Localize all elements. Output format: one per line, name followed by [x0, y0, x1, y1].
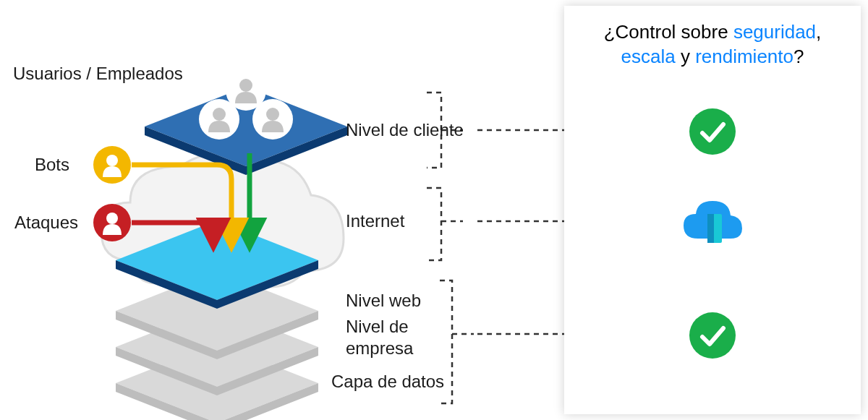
bot-avatar-icon: [93, 146, 131, 184]
panel-title-sep2: y: [676, 46, 695, 67]
svg-point-7: [266, 108, 279, 121]
panel-title: ¿Control sobre seguridad, escala y rendi…: [564, 20, 861, 69]
internet-label: Internet: [346, 211, 404, 231]
azure-front-door-icon: [680, 197, 745, 247]
attacks-label: Ataques: [14, 213, 78, 233]
business-tier-label-line2: empresa: [346, 338, 413, 359]
client-tier-check-icon: [689, 108, 736, 155]
svg-point-5: [213, 108, 226, 121]
svg-point-3: [239, 79, 252, 92]
stack-check-icon: [689, 312, 736, 359]
panel-title-sep1: ,: [816, 21, 821, 43]
panel-title-perf: rendimiento: [695, 46, 793, 67]
panel-title-scale: escala: [621, 46, 676, 67]
svg-rect-13: [707, 214, 714, 243]
users-label: Usuarios / Empleados: [13, 64, 183, 84]
stack-bracket: [440, 280, 474, 403]
panel-title-suffix: ?: [793, 46, 804, 67]
internet-bracket: [427, 188, 463, 260]
panel-title-security: seguridad: [733, 21, 816, 43]
client-tier-label: Nivel de cliente: [346, 120, 464, 140]
attack-avatar-icon: [93, 204, 131, 241]
panel-title-prefix: ¿Control sobre: [604, 21, 733, 43]
bots-label: Bots: [35, 155, 69, 175]
data-tier-label: Capa de datos: [331, 372, 444, 392]
svg-point-9: [106, 155, 118, 166]
svg-point-11: [106, 213, 118, 224]
web-tier-label: Nivel web: [346, 291, 421, 311]
business-tier-label-line1: Nivel de: [346, 317, 409, 337]
control-panel: ¿Control sobre seguridad, escala y rendi…: [564, 6, 861, 414]
